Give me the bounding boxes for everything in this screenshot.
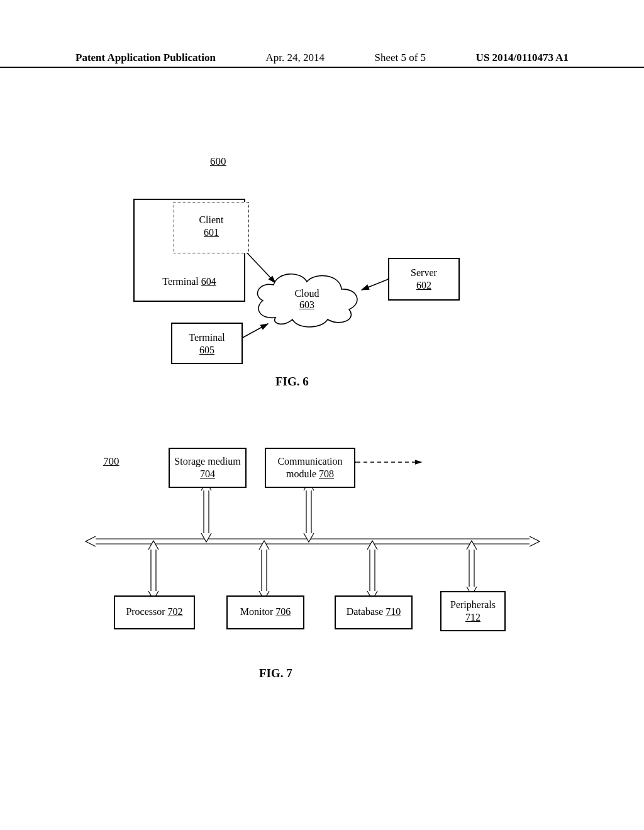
comm-708-box: Communication module 708 bbox=[265, 448, 355, 488]
server-602-num: 602 bbox=[416, 280, 431, 290]
storage-704-box: Storage medium 704 bbox=[169, 448, 247, 488]
monitor-706-box: Monitor 706 bbox=[226, 595, 304, 629]
client-601-box: Client 601 bbox=[174, 202, 249, 253]
terminal-604-name: Terminal bbox=[162, 276, 199, 287]
client-601-name: Client bbox=[199, 214, 223, 225]
terminal-605-box: Terminal 605 bbox=[171, 323, 243, 364]
page-header: Patent Application Publication Apr. 24, … bbox=[0, 52, 644, 68]
database-710-box: Database 710 bbox=[335, 595, 413, 629]
pub-number: US 2014/0110473 A1 bbox=[476, 52, 569, 64]
peripherals-712-box: Peripherals 712 bbox=[440, 591, 506, 631]
server-602-box: Server 602 bbox=[388, 258, 460, 301]
monitor-706-name: Monitor bbox=[240, 606, 273, 617]
terminal-605-name: Terminal bbox=[189, 332, 225, 343]
processor-702-num: 702 bbox=[168, 606, 183, 617]
database-710-num: 710 bbox=[386, 606, 401, 617]
fig7-ref: 700 bbox=[103, 455, 119, 468]
processor-702-box: Processor 702 bbox=[114, 595, 195, 629]
server-602-name: Server bbox=[411, 267, 437, 278]
fig7-label: FIG. 7 bbox=[259, 667, 292, 680]
storage-704-num: 704 bbox=[200, 468, 215, 479]
database-710-name: Database bbox=[347, 606, 384, 617]
processor-702-name: Processor bbox=[126, 606, 165, 617]
comm-708-num: 708 bbox=[319, 468, 334, 479]
terminal-605-num: 605 bbox=[199, 345, 214, 355]
peripherals-712-name: Peripherals bbox=[450, 599, 496, 610]
client-601-num: 601 bbox=[204, 227, 219, 238]
fig6-label: FIG. 6 bbox=[275, 375, 309, 389]
pub-date: Apr. 24, 2014 bbox=[265, 52, 325, 64]
fig6-ref: 600 bbox=[210, 155, 226, 168]
peripherals-712-num: 712 bbox=[465, 612, 480, 622]
sheet-number: Sheet 5 of 5 bbox=[374, 52, 426, 64]
cloud-603-label: Cloud 603 bbox=[247, 288, 367, 311]
pub-type: Patent Application Publication bbox=[75, 52, 216, 64]
monitor-706-num: 706 bbox=[275, 606, 291, 617]
storage-704-name: Storage medium bbox=[174, 456, 240, 467]
terminal-604-num: 604 bbox=[201, 276, 216, 287]
